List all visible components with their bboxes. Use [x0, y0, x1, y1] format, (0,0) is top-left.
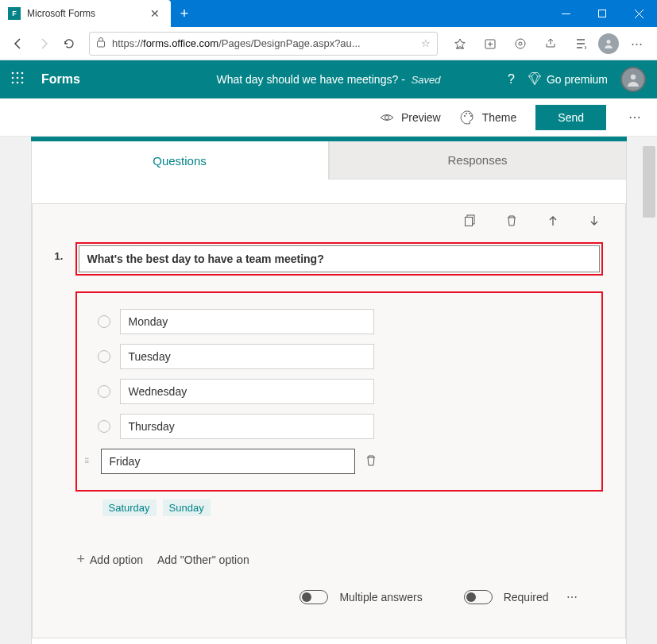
favorite-icon[interactable]: ☆ — [421, 37, 431, 49]
radio-icon — [98, 385, 110, 398]
favorites-icon[interactable] — [447, 31, 473, 56]
form-canvas: Questions Responses — [0, 137, 657, 644]
maximize-button[interactable] — [584, 0, 620, 27]
svg-point-10 — [519, 42, 522, 45]
question-number: 1. — [55, 250, 68, 262]
option-row-editing: ⠿ — [80, 447, 593, 476]
app-header: Forms What day should we have meetings? … — [0, 60, 657, 98]
svg-point-16 — [17, 77, 19, 79]
questions-tab[interactable]: Questions — [31, 141, 329, 179]
preview-button[interactable]: Preview — [379, 110, 441, 125]
browser-tab[interactable]: F Microsoft Forms ✕ — [0, 0, 171, 27]
radio-icon — [98, 350, 110, 363]
eye-icon — [379, 110, 395, 125]
radio-icon — [98, 315, 110, 328]
multiple-answers-label: Multiple answers — [339, 591, 422, 604]
svg-point-22 — [385, 115, 388, 119]
option-suggestions: Saturday Sunday — [102, 499, 603, 516]
svg-point-18 — [12, 82, 14, 84]
profile-avatar[interactable] — [598, 33, 619, 54]
go-premium-button[interactable]: Go premium — [528, 71, 608, 88]
help-icon[interactable]: ? — [508, 72, 515, 87]
saved-indicator: Saved — [412, 74, 441, 86]
extension-icon-2[interactable] — [568, 31, 593, 56]
svg-point-26 — [470, 115, 472, 117]
options-list: Monday Tuesday Wednesday Thursday — [75, 291, 603, 492]
question-toolbar — [33, 204, 625, 237]
responses-tab[interactable]: Responses — [329, 141, 627, 179]
plus-icon: + — [77, 551, 86, 568]
more-actions-button[interactable]: ⋯ — [628, 110, 643, 125]
app-launcher-icon[interactable] — [11, 71, 24, 87]
suggestion-chip[interactable]: Saturday — [102, 499, 157, 516]
address-bar[interactable]: https://forms.office.com/Pages/DesignPag… — [89, 32, 438, 56]
required-label: Required — [504, 591, 549, 604]
editor-tabs: Questions Responses — [31, 141, 627, 179]
send-button[interactable]: Send — [535, 105, 606, 130]
svg-point-20 — [21, 82, 24, 84]
svg-point-11 — [607, 40, 611, 44]
option-row: Monday — [98, 307, 593, 336]
svg-point-12 — [12, 72, 14, 75]
svg-point-19 — [17, 82, 19, 84]
option-row: Thursday — [98, 412, 593, 441]
multiple-answers-toggle[interactable] — [300, 590, 328, 604]
url-text: https://forms.office.com/Pages/DesignPag… — [112, 37, 415, 49]
option-label[interactable]: Thursday — [120, 414, 374, 439]
window-titlebar: F Microsoft Forms ✕ + — [0, 0, 657, 27]
svg-point-9 — [516, 39, 525, 48]
duplicate-icon[interactable] — [462, 214, 479, 227]
move-down-icon[interactable] — [586, 214, 603, 227]
question-card: 1. Monday Tuesday — [32, 203, 626, 638]
required-toggle[interactable] — [464, 590, 493, 604]
premium-icon — [528, 71, 542, 88]
option-label[interactable]: Tuesday — [120, 344, 374, 369]
svg-point-23 — [464, 115, 466, 117]
forward-button[interactable] — [33, 33, 54, 54]
svg-point-21 — [631, 75, 636, 79]
svg-point-14 — [21, 72, 24, 75]
more-menu-button[interactable]: ⋯ — [624, 31, 649, 56]
option-label[interactable]: Wednesday — [120, 379, 374, 404]
theme-button[interactable]: Theme — [460, 110, 517, 125]
close-tab-icon[interactable]: ✕ — [147, 6, 163, 21]
option-label[interactable]: Monday — [120, 309, 374, 334]
palette-icon — [460, 110, 476, 125]
option-input[interactable] — [101, 449, 355, 474]
svg-rect-28 — [465, 218, 472, 226]
svg-rect-1 — [599, 10, 606, 17]
extension-icon-1[interactable] — [508, 31, 533, 56]
refresh-button[interactable] — [59, 33, 79, 54]
collections-icon[interactable] — [477, 31, 503, 56]
svg-point-15 — [12, 77, 14, 79]
svg-point-25 — [469, 113, 470, 114]
question-more-button[interactable]: ⋯ — [566, 591, 579, 604]
radio-icon — [98, 420, 110, 433]
forms-favicon: F — [8, 7, 21, 20]
close-window-button[interactable] — [620, 0, 657, 27]
share-icon[interactable] — [538, 31, 563, 56]
move-up-icon[interactable] — [544, 214, 562, 227]
minimize-button[interactable] — [547, 0, 584, 27]
app-name[interactable]: Forms — [41, 72, 80, 87]
scrollbar[interactable] — [643, 146, 655, 218]
question-text-input[interactable] — [79, 245, 600, 272]
new-tab-button[interactable]: + — [171, 0, 198, 27]
delete-icon[interactable] — [503, 214, 520, 227]
delete-option-icon[interactable] — [365, 454, 377, 469]
svg-point-17 — [21, 77, 24, 79]
add-option-button[interactable]: + Add option — [77, 551, 143, 568]
back-button[interactable] — [8, 33, 29, 54]
user-avatar[interactable] — [620, 67, 646, 92]
svg-point-24 — [466, 113, 467, 114]
option-row: Tuesday — [98, 342, 593, 371]
option-row: Wednesday — [98, 377, 593, 406]
svg-point-13 — [17, 72, 19, 75]
suggestion-chip[interactable]: Sunday — [163, 499, 211, 516]
add-other-option-button[interactable]: Add "Other" option — [157, 553, 249, 566]
svg-rect-4 — [98, 41, 105, 47]
drag-handle-icon[interactable]: ⠿ — [80, 457, 91, 465]
browser-toolbar: https://forms.office.com/Pages/DesignPag… — [0, 27, 657, 60]
lock-icon — [96, 37, 106, 50]
tab-title: Microsoft Forms — [27, 8, 147, 19]
